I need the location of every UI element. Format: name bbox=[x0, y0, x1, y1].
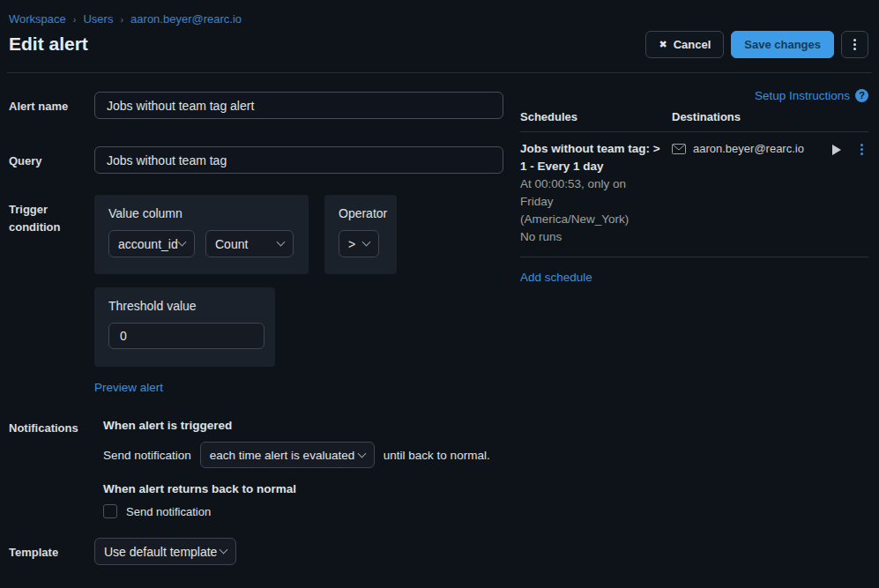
threshold-card: Threshold value bbox=[94, 287, 275, 367]
send-notification-checkbox[interactable] bbox=[103, 504, 117, 518]
page-title: Edit alert bbox=[9, 33, 88, 55]
aggregation-select[interactable]: Count bbox=[205, 230, 294, 257]
operator-selected: > bbox=[348, 237, 355, 251]
breadcrumb: Workspace › Users › aaron.beyer@rearc.io bbox=[9, 12, 242, 26]
template-row: Template Use default template bbox=[9, 538, 504, 565]
trigger-condition-row: Trigger condition Value column account_i… bbox=[9, 195, 504, 394]
query-label: Query bbox=[9, 146, 94, 174]
aggregation-selected: Count bbox=[215, 237, 248, 251]
help-icon[interactable]: ? bbox=[855, 89, 868, 102]
template-label: Template bbox=[9, 538, 94, 565]
alert-form: Alert name Query Trigger condition Value… bbox=[9, 92, 504, 565]
alert-name-label: Alert name bbox=[9, 92, 94, 119]
save-changes-button[interactable]: Save changes bbox=[731, 31, 834, 58]
breadcrumb-workspace[interactable]: Workspace bbox=[9, 12, 66, 26]
chevron-down-icon bbox=[277, 238, 286, 247]
breadcrumb-separator-icon: › bbox=[120, 14, 123, 25]
schedules-column-header: Schedules bbox=[520, 110, 672, 123]
notification-frequency-select[interactable]: each time alert is evaluated bbox=[200, 442, 375, 468]
schedule-title: Jobs without team tag: > 1 - Every 1 day bbox=[520, 140, 672, 175]
breadcrumb-users[interactable]: Users bbox=[83, 12, 113, 26]
template-selected: Use default template bbox=[104, 545, 217, 559]
query-input[interactable] bbox=[94, 146, 503, 174]
chevron-down-icon bbox=[220, 546, 228, 555]
send-notification-checkbox-label: Send notification bbox=[126, 505, 211, 518]
chevron-down-icon bbox=[178, 238, 187, 247]
schedule-runs: No runs bbox=[520, 228, 672, 246]
chevron-down-icon bbox=[357, 449, 366, 458]
schedule-row: Jobs without team tag: > 1 - Every 1 day… bbox=[520, 132, 868, 257]
notification-frequency-selected: each time alert is evaluated bbox=[210, 449, 354, 462]
schedule-time: At 00:00:53, only on Friday bbox=[520, 175, 672, 211]
alert-name-row: Alert name bbox=[9, 92, 504, 119]
value-column-label: Value column bbox=[108, 206, 294, 220]
header-actions: ✖ Cancel Save changes bbox=[645, 31, 868, 58]
preview-alert-link[interactable]: Preview alert bbox=[94, 381, 163, 394]
cancel-button-label: Cancel bbox=[674, 38, 711, 51]
email-icon bbox=[672, 144, 686, 154]
alert-name-input[interactable] bbox=[94, 92, 503, 119]
destination-email: aaron.beyer@rearc.io bbox=[672, 142, 804, 155]
notifications-row: Notifications When alert is triggered Se… bbox=[9, 419, 504, 518]
more-options-button[interactable] bbox=[841, 31, 868, 58]
schedule-options-kebab-icon[interactable] bbox=[860, 144, 863, 155]
header-divider bbox=[7, 72, 872, 73]
threshold-input[interactable] bbox=[108, 323, 264, 349]
operator-label: Operator bbox=[339, 206, 383, 220]
send-notification-prefix: Send notification bbox=[103, 449, 191, 462]
add-schedule-link[interactable]: Add schedule bbox=[520, 271, 592, 284]
threshold-label: Threshold value bbox=[108, 299, 261, 313]
operator-card: Operator > bbox=[324, 195, 397, 274]
schedule-timezone: (America/New_York) bbox=[520, 211, 672, 228]
back-to-normal-heading: When alert returns back to normal bbox=[103, 482, 504, 496]
value-column-select[interactable]: account_id bbox=[108, 230, 195, 257]
cancel-x-icon: ✖ bbox=[659, 39, 667, 50]
edit-alert-page: Workspace › Users › aaron.beyer@rearc.io… bbox=[0, 0, 879, 588]
trigger-condition-label: Trigger condition bbox=[9, 195, 94, 394]
destinations-column-header: Destinations bbox=[672, 110, 741, 123]
run-schedule-play-icon[interactable] bbox=[832, 145, 841, 155]
schedules-panel: Setup Instructions ? Schedules Destinati… bbox=[520, 88, 868, 284]
template-select[interactable]: Use default template bbox=[94, 538, 236, 565]
send-notification-suffix: until back to normal. bbox=[384, 449, 490, 462]
chevron-down-icon bbox=[362, 238, 371, 247]
notifications-label: Notifications bbox=[9, 419, 94, 518]
value-column-selected: account_id bbox=[118, 237, 178, 251]
breadcrumb-separator-icon: › bbox=[73, 14, 77, 25]
setup-instructions-link[interactable]: Setup Instructions bbox=[755, 89, 850, 102]
cancel-button[interactable]: ✖ Cancel bbox=[645, 31, 724, 58]
value-column-card: Value column account_id Count bbox=[94, 195, 309, 274]
breadcrumb-user-email[interactable]: aaron.beyer@rearc.io bbox=[130, 12, 242, 26]
triggered-heading: When alert is triggered bbox=[103, 419, 504, 433]
kebab-menu-icon bbox=[853, 39, 856, 50]
schedules-table: Schedules Destinations Jobs without team… bbox=[520, 110, 868, 257]
query-row: Query bbox=[9, 146, 504, 174]
operator-select[interactable]: > bbox=[339, 230, 379, 257]
